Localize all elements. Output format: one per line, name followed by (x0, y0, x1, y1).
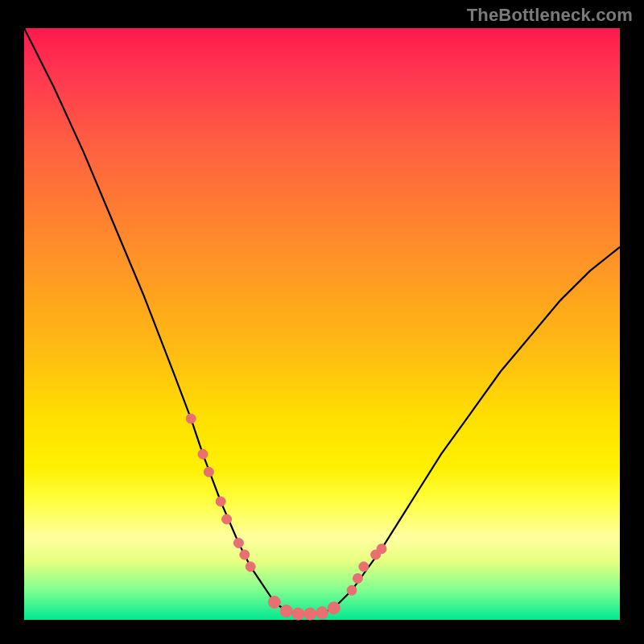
data-marker (328, 602, 340, 614)
data-marker (186, 414, 196, 423)
data-marker (347, 585, 357, 595)
data-markers (186, 414, 386, 620)
data-marker (304, 608, 316, 620)
data-marker (280, 605, 292, 617)
data-marker (240, 550, 250, 559)
data-marker (233, 539, 243, 548)
data-marker (359, 562, 369, 572)
bottleneck-chart (24, 28, 620, 620)
data-marker (353, 574, 362, 584)
data-marker (204, 467, 213, 477)
watermark-text: TheBottleneck.com (467, 5, 633, 26)
data-marker (316, 607, 328, 619)
data-marker (216, 497, 225, 506)
data-marker (292, 608, 304, 620)
bottleneck-curve-line (24, 28, 620, 614)
data-marker (268, 597, 280, 609)
data-marker (222, 514, 232, 524)
data-marker (246, 562, 255, 572)
data-marker (377, 544, 386, 554)
data-marker (198, 449, 208, 459)
